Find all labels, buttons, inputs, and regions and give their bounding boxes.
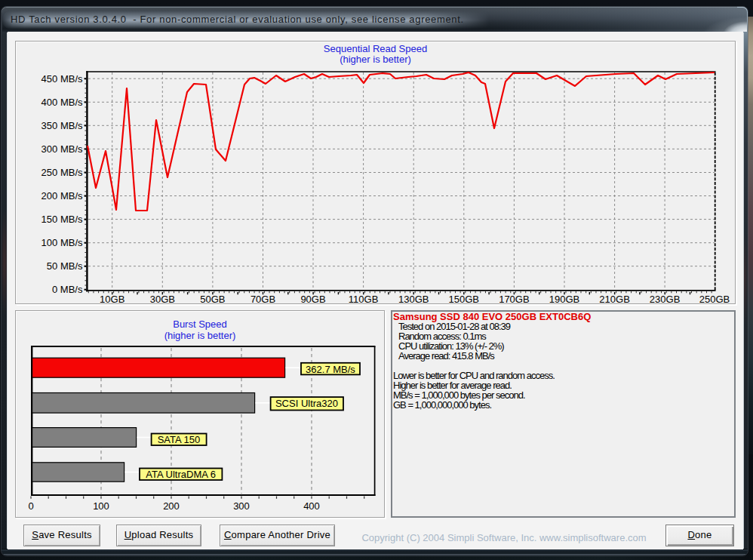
svg-text:Burst Speed: Burst Speed	[173, 318, 227, 330]
svg-text:10GB: 10GB	[100, 294, 124, 304]
svg-text:250 MB/s: 250 MB/s	[41, 167, 83, 178]
svg-text:(higher is better): (higher is better)	[164, 330, 236, 341]
svg-text:50GB: 50GB	[200, 294, 225, 304]
svg-text:0: 0	[28, 500, 33, 512]
svg-text:170GB: 170GB	[499, 294, 529, 304]
svg-text:50 MB/s: 50 MB/s	[47, 260, 83, 272]
svg-text:150GB: 150GB	[449, 294, 479, 304]
svg-text:210GB: 210GB	[599, 294, 629, 304]
svg-text:450 MB/s: 450 MB/s	[41, 73, 83, 85]
svg-text:Sequential Read Speed: Sequential Read Speed	[324, 43, 427, 54]
svg-text:200 MB/s: 200 MB/s	[41, 190, 83, 202]
svg-text:SATA 150: SATA 150	[158, 434, 201, 445]
svg-text:400 MB/s: 400 MB/s	[41, 97, 83, 108]
svg-text:362.7 MB/s: 362.7 MB/s	[306, 364, 355, 375]
svg-text:150 MB/s: 150 MB/s	[41, 214, 83, 225]
svg-text:130GB: 130GB	[398, 294, 429, 304]
svg-text:230GB: 230GB	[650, 294, 680, 304]
svg-text:70GB: 70GB	[250, 294, 275, 304]
svg-text:90GB: 90GB	[300, 294, 325, 304]
svg-text:100: 100	[93, 500, 109, 512]
svg-text:ATA UltraDMA 6: ATA UltraDMA 6	[146, 469, 216, 480]
svg-text:350 MB/s: 350 MB/s	[41, 120, 83, 131]
svg-text:SCSI Ultra320: SCSI Ultra320	[275, 398, 338, 409]
svg-text:200: 200	[163, 500, 180, 512]
svg-text:400: 400	[303, 500, 320, 512]
svg-text:0 MB/s: 0 MB/s	[52, 284, 83, 295]
svg-text:(higher is better): (higher is better)	[340, 54, 411, 65]
svg-text:110GB: 110GB	[349, 294, 379, 304]
svg-text:250GB: 250GB	[699, 294, 730, 304]
svg-text:100 MB/s: 100 MB/s	[41, 237, 83, 248]
svg-text:300: 300	[233, 500, 250, 512]
svg-text:300 MB/s: 300 MB/s	[41, 143, 83, 155]
svg-text:30GB: 30GB	[150, 294, 175, 304]
svg-text:190GB: 190GB	[549, 294, 579, 304]
